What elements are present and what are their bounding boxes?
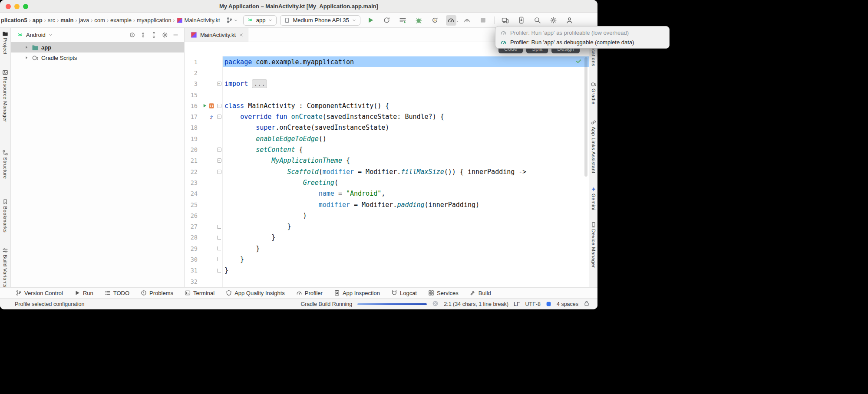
code-line-20[interactable]: 20− setContent {: [185, 144, 589, 155]
code-line-25[interactable]: 25 modifier = Modifier.padding(innerPadd…: [185, 199, 589, 210]
tool-strip-item-gradle[interactable]: Gradle: [591, 81, 597, 105]
run-button[interactable]: [366, 15, 376, 26]
stop-button[interactable]: [478, 15, 488, 26]
account-button[interactable]: [564, 15, 575, 26]
line-number: 17: [185, 113, 198, 120]
inspections-ok-icon[interactable]: [575, 58, 582, 66]
toolwindow-app-quality-insights[interactable]: App Quality Insights: [226, 290, 285, 296]
profiler-attach-button[interactable]: [462, 15, 472, 26]
profiler-menu-item[interactable]: Profiler: Run 'app' as debuggable (compl…: [495, 37, 669, 47]
line-separator[interactable]: LF: [514, 301, 520, 307]
fold-collapse-marker[interactable]: −: [217, 170, 221, 174]
breadcrumb-item-src[interactable]: src: [47, 17, 56, 23]
run-configuration-combo[interactable]: app: [243, 15, 277, 26]
breadcrumb-item-main[interactable]: main: [59, 17, 74, 23]
project-view-selector[interactable]: Android: [26, 32, 46, 38]
profiler-menu-item-label: Profiler: Run 'app' as profileable (low …: [510, 30, 629, 36]
breadcrumb-item-example[interactable]: example: [109, 17, 132, 23]
toolwindow-build[interactable]: Build: [470, 290, 491, 296]
profiler-menu-item[interactable]: Profiler: Run 'app' as profileable (low …: [495, 28, 669, 37]
close-window-button[interactable]: [6, 4, 11, 9]
running-devices-button[interactable]: [516, 15, 527, 26]
code-line-27[interactable]: 27 }: [185, 221, 589, 232]
code-line-1[interactable]: 1package com.example.myapplication: [185, 56, 589, 67]
toolwindow-terminal[interactable]: Terminal: [185, 290, 215, 296]
code-line-31[interactable]: 31}: [185, 265, 589, 276]
apply-changes-button[interactable]: [430, 15, 440, 26]
search-button[interactable]: [532, 15, 543, 26]
fold-collapse-marker[interactable]: −: [217, 115, 221, 119]
tool-strip-item-bookmarks[interactable]: Bookmarks: [2, 199, 8, 233]
gear-icon: [550, 16, 557, 24]
toolwindow-logcat[interactable]: Logcat: [391, 290, 417, 296]
toolwindow-services[interactable]: Services: [428, 290, 459, 296]
terminal-icon: [185, 290, 191, 296]
code-line-26[interactable]: 26 ): [185, 210, 589, 221]
minimize-window-button[interactable]: [14, 4, 20, 9]
tool-strip-item-project[interactable]: Project: [2, 30, 8, 55]
code-line-21[interactable]: 21− MyApplicationTheme {: [185, 155, 589, 166]
toolwindow-version-control[interactable]: Version Control: [16, 290, 63, 296]
code-line-23[interactable]: 23 Greeting(: [185, 177, 589, 188]
device-mirror-button[interactable]: [500, 15, 511, 26]
code-line-18[interactable]: 18 super.onCreate(savedInstanceState): [185, 122, 589, 133]
profiler-button[interactable]: [446, 15, 456, 26]
caret-position[interactable]: 2:1 (34 chars, 1 line break): [444, 301, 508, 307]
toolwindow-run[interactable]: Run: [74, 290, 93, 296]
fold-collapse-marker[interactable]: −: [217, 148, 221, 152]
tree-item-app[interactable]: app: [11, 42, 184, 53]
build-list-button[interactable]: [398, 15, 408, 26]
toolwindow-todo[interactable]: TODO: [105, 290, 129, 296]
gutter-icons[interactable]: [198, 114, 216, 120]
right-tool-strip: NotificationsGradleApp Links AssistantGe…: [589, 28, 597, 287]
code-line-32[interactable]: 32: [185, 276, 589, 287]
breadcrumb-item-myapplication[interactable]: myapplication: [136, 17, 172, 23]
zoom-window-button[interactable]: [23, 4, 28, 9]
code-line-22[interactable]: 22− Scaffold(modifier = Modifier.fillMax…: [185, 166, 589, 177]
code-editor[interactable]: 1package com.example.myapplication23+imp…: [185, 42, 589, 287]
fold-collapse-marker[interactable]: −: [217, 158, 221, 163]
code-line-29[interactable]: 29 }: [185, 243, 589, 254]
gutter-icons[interactable]: [198, 103, 216, 109]
indent-setting[interactable]: 4 spaces: [557, 301, 578, 307]
breadcrumb-item-com[interactable]: com: [93, 17, 106, 23]
tab-close-icon[interactable]: [239, 33, 244, 37]
tool-strip-item-app-links-assistant[interactable]: App Links Assistant: [591, 119, 597, 173]
breadcrumb-item-mainactivity-kt[interactable]: MainActivity.kt: [176, 17, 221, 23]
code-line-17[interactable]: 17− override fun onCreate(savedInstanceS…: [185, 111, 589, 122]
fold-expand-marker[interactable]: +: [217, 82, 221, 86]
code-line-15[interactable]: 15: [185, 89, 589, 100]
device-selector-combo[interactable]: Medium Phone API 35: [280, 15, 360, 26]
tab-mainactivity[interactable]: MainActivity.kt: [185, 28, 248, 42]
code-line-19[interactable]: 19 enableEdgeToEdge(): [185, 133, 589, 144]
settings-button[interactable]: [548, 15, 559, 26]
toolwindow-profiler[interactable]: Profiler: [296, 290, 323, 296]
tool-window-bar: Version ControlRunTODOProblemsTerminalAp…: [0, 287, 597, 298]
tree-item-gradle-scripts[interactable]: Gradle Scripts: [11, 53, 184, 63]
code-line-3[interactable]: 3+import ...: [185, 79, 589, 89]
tool-strip-item-gemini[interactable]: Gemini: [591, 186, 597, 210]
breadcrumb-item-app[interactable]: app: [32, 17, 43, 23]
window-title: My Application – MainActivity.kt [My_App…: [0, 3, 597, 10]
toolwindow-problems[interactable]: Problems: [141, 290, 173, 296]
code-line-28[interactable]: 28 }: [185, 232, 589, 243]
fold-collapse-marker[interactable]: −: [217, 104, 221, 108]
toolwindow-app-inspection[interactable]: App Inspection: [334, 290, 380, 296]
tool-strip-item-build-variants[interactable]: Build Variants: [2, 247, 8, 287]
tool-strip-item-device-manager[interactable]: Device Manager: [591, 222, 597, 268]
breadcrumb-item-java[interactable]: java: [78, 17, 90, 23]
tool-strip-item-resource-manager[interactable]: Resource Manager: [2, 69, 8, 122]
code-line-16[interactable]: 16−class MainActivity : ComponentActivit…: [185, 100, 589, 111]
vcs-widget[interactable]: [224, 17, 240, 23]
rerun-button[interactable]: [382, 15, 392, 26]
debug-button[interactable]: [414, 15, 424, 26]
breadcrumb-item-plication5[interactable]: plication5: [0, 17, 28, 23]
lock-icon-button[interactable]: [584, 300, 590, 308]
cancel-build-button[interactable]: [432, 300, 439, 308]
tool-strip-item-structure[interactable]: Structure: [2, 150, 8, 179]
code-line-30[interactable]: 30 }: [185, 254, 589, 265]
code-line-24[interactable]: 24 name = "Android",: [185, 188, 589, 199]
code-line-2[interactable]: 2: [185, 67, 589, 78]
editor-scrollbar[interactable]: [584, 57, 587, 177]
file-encoding[interactable]: UTF-8: [525, 301, 541, 307]
